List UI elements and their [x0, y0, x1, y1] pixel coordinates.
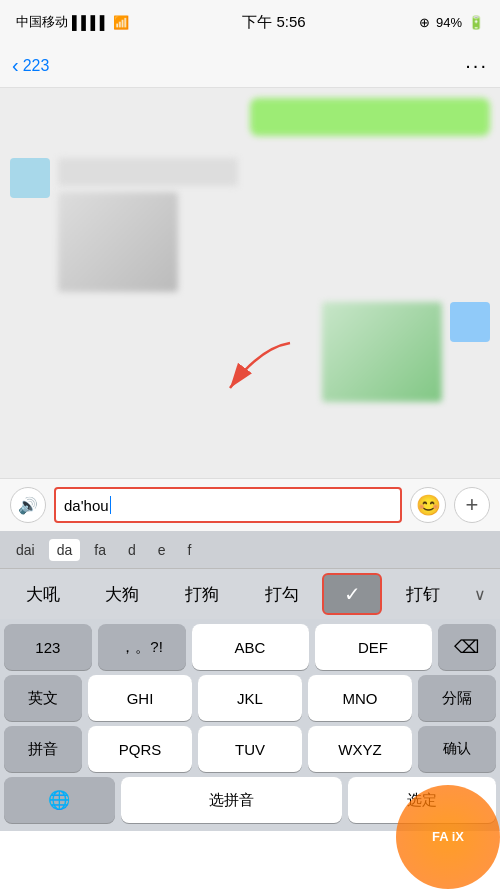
back-count-label: 223: [23, 57, 50, 75]
back-chevron-icon: ‹: [12, 54, 19, 77]
pinyin-word-0[interactable]: dai: [8, 539, 43, 561]
key-pqrs[interactable]: PQRS: [88, 726, 192, 772]
candidate-word-1[interactable]: 大狗: [84, 573, 162, 615]
carrier-label: 中国移动: [16, 13, 68, 31]
input-area: 🔊 da'hou 😊 +: [0, 478, 500, 531]
avatar-right: [450, 302, 490, 342]
keyboard: dai da fa d e f 大吼 大狗 打狗 打勾 ✓ 打钉 ∨ 123 ，…: [0, 531, 500, 831]
pinyin-word-5[interactable]: f: [180, 539, 200, 561]
signal-icon: ▌▌▌▌: [72, 15, 109, 30]
wifi-icon: 📶: [113, 15, 129, 30]
voice-icon: 🔊: [18, 496, 38, 515]
status-left: 中国移动 ▌▌▌▌ 📶: [16, 13, 129, 31]
message-row: [10, 98, 490, 136]
key-pinyin[interactable]: 拼音: [4, 726, 82, 772]
candidate-word-3[interactable]: 打勾: [243, 573, 321, 615]
message-row-left: [10, 158, 490, 292]
pinyin-suggestion-bar[interactable]: dai da fa d e f: [0, 531, 500, 569]
candidate-bar[interactable]: 大吼 大狗 打狗 打勾 ✓ 打钉 ∨: [0, 569, 500, 619]
key-abc[interactable]: ABC: [192, 624, 309, 670]
pinyin-word-4[interactable]: e: [150, 539, 174, 561]
status-time: 下午 5:56: [242, 13, 305, 32]
candidate-word-2[interactable]: 打狗: [163, 573, 241, 615]
pinyin-word-1[interactable]: da: [49, 539, 81, 561]
emoji-icon: 😊: [416, 493, 441, 517]
key-def[interactable]: DEF: [315, 624, 432, 670]
watermark-text: FA iX: [432, 829, 464, 846]
voice-button[interactable]: 🔊: [10, 487, 46, 523]
watermark: FA iX: [396, 785, 500, 889]
key-select-pinyin[interactable]: 选拼音: [121, 777, 343, 823]
keyboard-row-1: 123 ，。?! ABC DEF ⌫: [0, 619, 500, 670]
candidate-word-4[interactable]: 打钉: [384, 573, 462, 615]
key-ghi[interactable]: GHI: [88, 675, 192, 721]
back-button[interactable]: ‹ 223: [12, 54, 49, 77]
status-bar: 中国移动 ▌▌▌▌ 📶 下午 5:56 ⊕ 94% 🔋: [0, 0, 500, 44]
key-separator[interactable]: 分隔: [418, 675, 496, 721]
more-button[interactable]: ···: [465, 54, 488, 77]
text-cursor: [110, 496, 112, 514]
key-tuv[interactable]: TUV: [198, 726, 302, 772]
candidate-word-0[interactable]: 大吼: [4, 573, 82, 615]
key-wxyz[interactable]: WXYZ: [308, 726, 412, 772]
delete-key[interactable]: ⌫: [438, 624, 497, 670]
chat-area: [0, 88, 500, 478]
battery-icon: 🔋: [468, 15, 484, 30]
battery-percent: 94%: [436, 15, 462, 30]
message-image-right: [322, 302, 442, 402]
key-123[interactable]: 123: [4, 624, 92, 670]
avatar: [10, 158, 50, 198]
message-input[interactable]: da'hou: [54, 487, 402, 523]
keyboard-row-2: 英文 GHI JKL MNO 分隔: [0, 670, 500, 721]
status-right: ⊕ 94% 🔋: [419, 15, 484, 30]
key-jkl[interactable]: JKL: [198, 675, 302, 721]
key-punctuation[interactable]: ，。?!: [98, 624, 186, 670]
candidate-checkmark[interactable]: ✓: [322, 573, 382, 615]
key-globe[interactable]: 🌐: [4, 777, 115, 823]
input-text: da'hou: [64, 497, 109, 514]
message-image: [58, 192, 178, 292]
message-bubble-green: [250, 98, 490, 136]
battery-charge-icon: ⊕: [419, 15, 430, 30]
annotation-arrow: [200, 338, 320, 398]
add-button[interactable]: +: [454, 487, 490, 523]
nav-bar: ‹ 223 ···: [0, 44, 500, 88]
pinyin-word-2[interactable]: fa: [86, 539, 114, 561]
key-confirm[interactable]: 确认: [418, 726, 496, 772]
add-icon: +: [466, 492, 479, 518]
emoji-button[interactable]: 😊: [410, 487, 446, 523]
expand-candidates-button[interactable]: ∨: [464, 573, 496, 615]
key-english[interactable]: 英文: [4, 675, 82, 721]
key-mno[interactable]: MNO: [308, 675, 412, 721]
keyboard-row-3: 拼音 PQRS TUV WXYZ 确认: [0, 721, 500, 772]
pinyin-word-3[interactable]: d: [120, 539, 144, 561]
